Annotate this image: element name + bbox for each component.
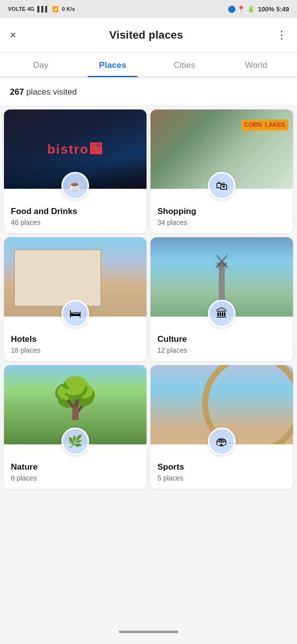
- hotels-category-name: Hotels: [11, 334, 140, 344]
- culture-icon-circle: 🏛: [208, 300, 236, 327]
- card-info-hotels: Hotels 18 places: [4, 327, 147, 361]
- category-card-shopping[interactable]: 🛍 Shopping 34 places: [150, 109, 293, 233]
- page-title: Visited places: [109, 29, 183, 42]
- card-info-sports: Sports 5 places: [150, 455, 293, 489]
- category-card-culture[interactable]: 🏛 Culture 12 places: [150, 237, 293, 361]
- tab-world[interactable]: World: [220, 53, 292, 76]
- category-card-hotels[interactable]: 🛏 Hotels 18 places: [4, 237, 147, 361]
- food-icon: ☕: [68, 179, 83, 193]
- hotels-category-count: 18 places: [11, 346, 140, 354]
- shopping-icon-circle: 🛍: [208, 172, 236, 200]
- data-speed: 0 K/s: [62, 6, 75, 12]
- nature-category-count: 8 places: [11, 474, 140, 482]
- sports-category-name: Sports: [157, 462, 286, 472]
- nature-icon: 🌿: [68, 434, 83, 448]
- sports-icon-circle: 🏟: [208, 428, 236, 455]
- food-category-name: Food and Drinks: [11, 207, 140, 216]
- shopping-category-count: 34 places: [157, 218, 286, 226]
- culture-category-count: 12 places: [157, 346, 286, 354]
- close-button[interactable]: ×: [10, 29, 16, 42]
- card-info-nature: Nature 8 places: [4, 455, 147, 489]
- tab-day[interactable]: Day: [5, 53, 77, 76]
- places-count-bar: 267 places visited: [0, 79, 297, 106]
- status-bar: VOLTE 4G ▌▌▌ 📶 0 K/s 🔵 📍 🔋 100% 5:49: [0, 0, 297, 18]
- food-category-count: 46 places: [11, 218, 140, 226]
- categories-grid: ☕ Food and Drinks 46 places 🛍 Shopping 3…: [0, 106, 297, 493]
- tab-cities[interactable]: Cities: [148, 53, 220, 76]
- food-icon-circle: ☕: [61, 172, 89, 200]
- nature-category-name: Nature: [11, 462, 140, 472]
- nature-icon-circle: 🌿: [61, 428, 89, 455]
- card-info-culture: Culture 12 places: [150, 327, 293, 361]
- sports-category-count: 5 places: [157, 474, 286, 482]
- time-label: 100% 5:49: [258, 5, 289, 13]
- signal-icon: ▌▌▌: [38, 6, 49, 12]
- category-card-food-drinks[interactable]: ☕ Food and Drinks 46 places: [4, 109, 147, 233]
- battery-bluetooth: 🔵 📍 🔋: [228, 5, 255, 13]
- culture-icon: 🏛: [216, 307, 228, 321]
- status-left: VOLTE 4G ▌▌▌ 📶 0 K/s: [8, 6, 75, 12]
- tab-places[interactable]: Places: [77, 53, 148, 76]
- carrier-label: VOLTE 4G: [8, 6, 35, 12]
- bottom-bar: [0, 619, 297, 644]
- status-right: 🔵 📍 🔋 100% 5:49: [228, 5, 289, 13]
- places-count-text: places visited: [24, 87, 77, 97]
- category-card-sports[interactable]: 🏟 Sports 5 places: [150, 365, 293, 489]
- wifi-icon: 📶: [52, 6, 59, 12]
- hotels-icon-circle: 🛏: [61, 300, 89, 327]
- more-options-button[interactable]: ⋮: [276, 29, 287, 42]
- shopping-icon: 🛍: [216, 179, 228, 193]
- header: × Visited places ⋮: [0, 18, 297, 53]
- home-indicator: [119, 631, 178, 633]
- hotels-icon: 🛏: [69, 307, 81, 321]
- category-card-nature[interactable]: 🌿 Nature 8 places: [4, 365, 147, 489]
- culture-category-name: Culture: [157, 334, 286, 344]
- tabs-bar: Day Places Cities World: [0, 53, 297, 77]
- shopping-category-name: Shopping: [157, 207, 286, 216]
- card-info-shopping: Shopping 34 places: [150, 200, 293, 233]
- sports-icon: 🏟: [216, 434, 228, 448]
- card-info-food: Food and Drinks 46 places: [4, 200, 147, 233]
- places-count-number: 267: [10, 87, 24, 97]
